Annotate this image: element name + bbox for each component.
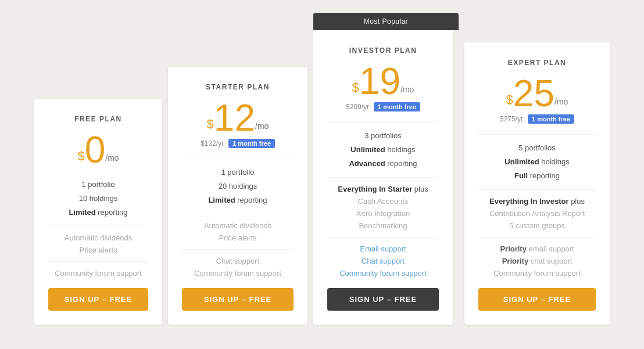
starter-price-mo: /mo — [255, 121, 269, 131]
expert-holdings-text: holdings — [539, 157, 570, 166]
expert-price-number: 25 — [513, 75, 554, 112]
investor-reporting-label: Advanced — [349, 159, 385, 168]
investor-extra-1: Cash Accounts — [327, 197, 439, 206]
starter-portfolios: 1 portfolio — [182, 167, 294, 178]
free-reporting-text: reporting — [96, 208, 128, 217]
free-extra-2: Price alerts — [48, 246, 148, 254]
investor-yearly-row: $209/yr 1 month free — [327, 102, 439, 111]
starter-divider2 — [182, 249, 294, 250]
investor-holdings: Unlimited holdings — [327, 145, 439, 155]
investor-support-2: Chat support — [327, 257, 439, 265]
investor-signup-button[interactable]: SIGN UP – FREE — [327, 288, 439, 311]
starter-features: 1 portfolio 20 holdings Limited reportin… — [182, 159, 294, 206]
investor-plan-card: INVESTOR PLAN $ 19 /mo $209/yr 1 month f… — [313, 30, 453, 325]
investor-reporting-text: reporting — [385, 159, 417, 168]
expert-yearly-row: $275/yr 1 month free — [478, 114, 596, 124]
investor-divider2 — [327, 237, 439, 238]
expert-everything: Everything In Investor plus — [478, 197, 596, 206]
investor-features: 3 portfolios Unlimited holdings Advanced… — [327, 122, 439, 170]
starter-holdings: 20 holdings — [182, 181, 294, 192]
expert-divider2 — [478, 237, 596, 238]
expert-price-mo: /mo — [554, 97, 568, 106]
investor-divider — [327, 177, 439, 178]
investor-portfolios: 3 portfolios — [327, 131, 439, 141]
free-divider — [48, 226, 148, 226]
investor-holdings-label: Unlimited — [350, 145, 385, 154]
free-reporting-label: Limited — [69, 208, 95, 217]
starter-support-1: Chat support — [182, 257, 294, 265]
starter-price-number: 12 — [214, 99, 255, 136]
investor-reporting: Advanced reporting — [327, 159, 439, 169]
starter-extra-2: Price alerts — [182, 233, 294, 242]
free-price-mo: /mo — [105, 153, 119, 163]
expert-holdings-label: Unlimited — [505, 157, 539, 166]
expert-signup-button[interactable]: SIGN UP – FREE — [478, 288, 596, 311]
investor-plan-title: INVESTOR PLAN — [327, 46, 439, 55]
starter-dollar-sign: $ — [207, 117, 214, 132]
free-portfolios: 1 portfolio — [48, 179, 148, 190]
investor-wrapper: Most Popular INVESTOR PLAN $ 19 /mo $209… — [313, 13, 459, 325]
starter-divider — [182, 214, 294, 214]
starter-reporting-label: Limited — [208, 196, 235, 204]
expert-support-2: Priority chat support — [478, 257, 596, 265]
starter-plan-card: STARTER PLAN $ 12 /mo $132/yr 1 month fr… — [168, 67, 307, 325]
investor-everything-label: Everything In Starter — [338, 185, 412, 193]
expert-everything-label: Everything In Investor — [489, 197, 569, 206]
starter-free-badge: 1 month free — [228, 139, 275, 148]
free-dollar-sign: $ — [77, 149, 84, 164]
free-plan-card: FREE PLAN $ 0 /mo 1 portfolio 10 holding… — [34, 99, 162, 325]
free-signup-button[interactable]: SIGN UP – FREE — [48, 288, 148, 311]
investor-support-3: Community forum support — [327, 269, 439, 278]
expert-support-1: Priority email support — [478, 244, 596, 253]
starter-plan-title: STARTER PLAN — [182, 83, 294, 91]
expert-extra-2: 5 custom groups — [478, 221, 596, 230]
investor-holdings-text: holdings — [385, 145, 416, 154]
investor-yearly: $209/yr — [346, 103, 369, 111]
expert-extra-1: Contribution Analysis Report — [478, 209, 596, 218]
investor-price-number: 19 — [359, 63, 400, 100]
free-holdings: 10 holdings — [48, 193, 148, 204]
expert-divider — [478, 189, 596, 190]
starter-reporting-text: reporting — [235, 196, 267, 204]
investor-extra-2: Xero Integration — [327, 209, 439, 218]
investor-free-badge: 1 month free — [374, 102, 420, 111]
expert-reporting-label: Full — [514, 171, 528, 180]
free-features: 1 portfolio 10 holdings Limited reportin… — [48, 171, 148, 218]
expert-plan-title: EXPERT PLAN — [478, 59, 596, 67]
expert-reporting-text: reporting — [528, 171, 560, 180]
investor-everything: Everything In Starter plus — [327, 185, 439, 193]
starter-yearly: $132/yr — [201, 139, 224, 147]
starter-extra-1: Automatic dividends — [182, 221, 294, 230]
free-price-row: $ 0 /mo — [48, 131, 148, 168]
plans-container: FREE PLAN $ 0 /mo 1 portfolio 10 holding… — [0, 1, 644, 348]
investor-extra-3: Benchmarking — [327, 221, 439, 230]
expert-features: 5 portfolios Unlimited holdings Full rep… — [478, 134, 596, 182]
starter-price-row: $ 12 /mo — [182, 99, 294, 136]
expert-portfolios: 5 portfolios — [478, 143, 596, 153]
starter-reporting: Limited reporting — [182, 195, 294, 206]
free-plan-title: FREE PLAN — [48, 115, 148, 123]
free-price-number: 0 — [85, 131, 106, 168]
expert-dollar-sign: $ — [506, 92, 513, 107]
starter-yearly-row: $132/yr 1 month free — [182, 139, 294, 148]
expert-reporting: Full reporting — [478, 171, 596, 181]
free-extra-1: Automatic dividends — [48, 233, 148, 242]
investor-support-1: Email support — [327, 244, 439, 253]
most-popular-banner: Most Popular — [313, 13, 459, 30]
expert-support-3: Community forum support — [478, 269, 596, 278]
starter-signup-button[interactable]: SIGN UP – FREE — [182, 288, 294, 311]
investor-price-row: $ 19 /mo — [327, 63, 439, 100]
expert-yearly: $275/yr — [500, 115, 523, 123]
free-divider2 — [48, 261, 148, 262]
investor-dollar-sign: $ — [352, 80, 359, 95]
expert-plan-card: EXPERT PLAN $ 25 /mo $275/yr 1 month fre… — [464, 42, 610, 325]
starter-support-2: Community forum support — [182, 269, 294, 278]
free-reporting: Limited reporting — [48, 207, 148, 218]
investor-price-mo: /mo — [400, 85, 414, 94]
free-support-1: Community forum support — [48, 269, 148, 278]
expert-free-badge: 1 month free — [528, 114, 574, 124]
expert-holdings: Unlimited holdings — [478, 157, 596, 167]
expert-price-row: $ 25 /mo — [478, 75, 596, 112]
